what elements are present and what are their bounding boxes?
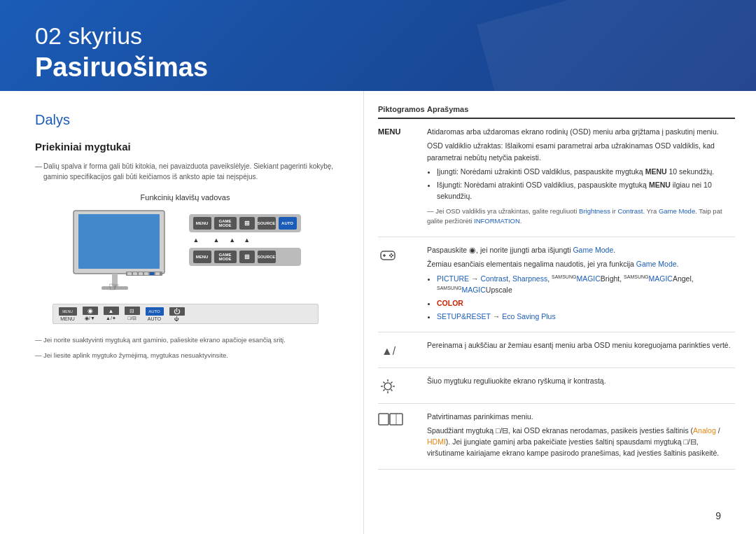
gamepad-icon — [378, 246, 398, 265]
row-icon-gamepad — [378, 244, 427, 265]
svg-line-27 — [391, 389, 392, 391]
svg-point-15 — [391, 256, 392, 258]
brightness-icon — [378, 377, 398, 396]
note3: Jei liesite aplink mygtuko žymėjimą, myg… — [35, 351, 335, 360]
diagram-label: Funkcinių klavišų vadovas — [141, 193, 230, 202]
svg-rect-9 — [150, 272, 154, 275]
strip-power: ⏻ ⏻ — [169, 307, 185, 321]
table-row: MENU Atidaromas arba uždaromas ekrano ro… — [378, 119, 735, 237]
updown-icon: ▲/▼ — [378, 341, 398, 360]
monitor-svg: ☞ — [70, 207, 175, 298]
svg-text:▲/▼: ▲/▼ — [382, 345, 398, 357]
table-row: Paspauskite ◉, jei norite įjungti arba i… — [378, 237, 735, 332]
table-row: Patvirtinamas parinkimas meniu. Spaudžia… — [378, 404, 735, 470]
row-desc-menu: Atidaromas arba uždaromas ekrano rodinių… — [427, 126, 735, 230]
col-header-desc: Aprašymas — [427, 105, 735, 113]
note1: Dalių spalva ir forma gali būti kitokia,… — [35, 161, 335, 182]
section-title: Dalys — [35, 112, 335, 128]
strip-auto: AUTO AUTO — [146, 307, 164, 321]
menu-btn-top: MENU — [193, 217, 211, 230]
button-panels: MENU GAMEMODE ⊞ SOURCE AUTO ▲ ▲ ▲ ▲ — [189, 214, 301, 266]
svg-rect-7 — [139, 272, 143, 275]
chapter-label: 02 skyrius Pasiruošimas — [35, 21, 721, 84]
button-row-bottom: MENU GAMEMODE ⊞ SOURCE — [189, 248, 301, 266]
game-btn-bot: GAMEMODE — [214, 251, 237, 263]
page-number: 9 — [715, 510, 721, 521]
left-column: Dalys Priekiniai mygtukai Dalių spalva i… — [0, 91, 364, 534]
button-row-top: MENU GAMEMODE ⊞ SOURCE AUTO — [189, 214, 301, 232]
svg-line-29 — [384, 389, 385, 391]
source-btn-bot: SOURCE — [258, 251, 276, 263]
col-header-icon: Piktogramos — [378, 105, 427, 113]
icon-btn2: ⊞ — [239, 251, 255, 263]
svg-rect-30 — [379, 414, 388, 425]
table-row: Šiuo mygtuku reguliuokite ekrano ryškumą… — [378, 368, 735, 404]
header: 02 skyrius Pasiruošimas — [0, 0, 756, 91]
row-icon-menu: MENU — [378, 126, 427, 136]
row-desc-updown: Pereinama į aukščiau ar žemiau esantį me… — [427, 339, 735, 353]
svg-line-26 — [384, 381, 385, 383]
note2: Jei norite suaktyvinti mygtuką ant gamin… — [35, 335, 335, 345]
bottom-strip: MENU MENU ◉ ◉/▼ ▲ ▲/✦ ⊟ □/⊟ AUTO AUTO — [52, 304, 318, 324]
svg-line-28 — [391, 381, 392, 383]
diagram-area: Funkcinių klavišų vadovas — [35, 193, 335, 324]
svg-rect-10 — [155, 272, 160, 275]
strip-gamepad: ◉ ◉/▼ — [83, 307, 98, 321]
row-desc-source: Patvirtinamas parinkimas meniu. Spaudžia… — [427, 411, 735, 462]
auto-btn-top: AUTO — [279, 217, 297, 230]
source-btn-top: SOURCE — [258, 217, 276, 230]
svg-point-14 — [391, 253, 392, 255]
svg-text:☞: ☞ — [108, 280, 120, 294]
row-desc-brightness: Šiuo mygtuku reguliuokite ekrano ryškumą… — [427, 375, 735, 389]
svg-rect-1 — [78, 214, 160, 269]
strip-source: ⊟ □/⊟ — [125, 307, 140, 321]
svg-rect-6 — [133, 272, 137, 275]
svg-rect-5 — [127, 272, 132, 275]
arrows-row: ▲ ▲ ▲ ▲ — [189, 237, 301, 244]
right-column: Piktogramos Aprašymas MENU Atidaromas ar… — [364, 91, 756, 534]
menu-btn-bot: MENU — [193, 251, 211, 263]
row-icon-updown: ▲/▼ — [378, 339, 427, 360]
table-header: Piktogramos Aprašymas — [378, 105, 735, 119]
svg-point-16 — [389, 255, 391, 256]
icon-btn1: ⊞ — [239, 217, 255, 230]
row-icon-source — [378, 411, 427, 426]
row-desc-gamepad: Paspauskite ◉, jei norite įjungti arba i… — [427, 244, 735, 325]
svg-rect-8 — [144, 272, 148, 275]
game-btn-top: GAMEMODE — [214, 217, 237, 230]
sub-title: Priekiniai mygtukai — [35, 141, 335, 153]
source-icon — [378, 412, 403, 426]
monitor-container: ☞ MENU GAMEMODE ⊞ SOURCE AUTO ▲ ▲ — [70, 207, 301, 298]
svg-point-17 — [392, 255, 393, 256]
row-icon-brightness — [378, 375, 427, 396]
strip-brightness: ▲ ▲/✦ — [104, 307, 119, 321]
svg-point-21 — [384, 383, 391, 390]
strip-menu: MENU MENU — [59, 307, 77, 321]
table-row: ▲/▼ Pereinama į aukščiau ar žemiau esant… — [378, 332, 735, 368]
